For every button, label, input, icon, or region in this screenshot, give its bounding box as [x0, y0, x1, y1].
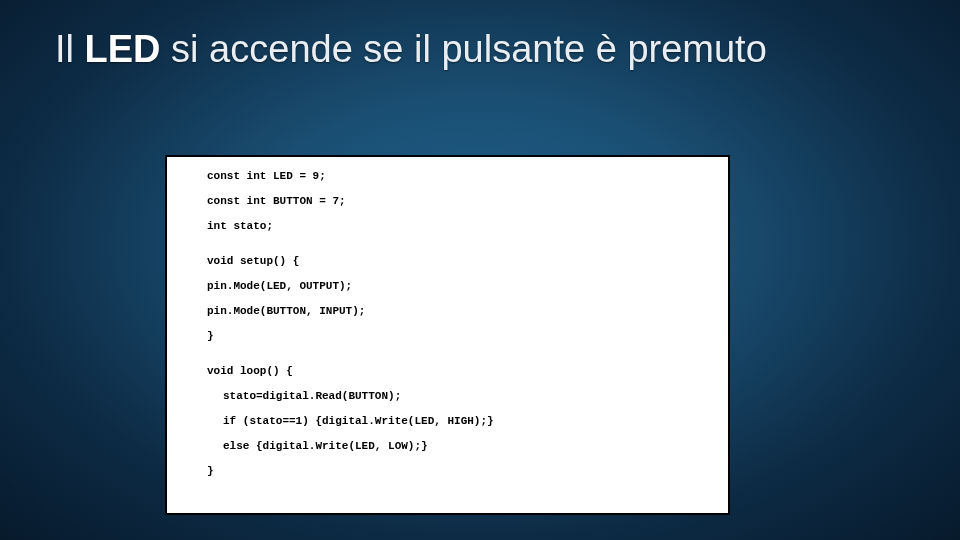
code-line: else {digital.Write(LED, LOW);}	[207, 441, 728, 452]
code-line: pin.Mode(BUTTON, INPUT);	[207, 306, 728, 317]
code-line: void loop() {	[207, 366, 728, 377]
code-line: const int BUTTON = 7;	[207, 196, 728, 207]
code-line: const int LED = 9;	[207, 171, 728, 182]
code-line: pin.Mode(LED, OUTPUT);	[207, 281, 728, 292]
code-line: int stato;	[207, 221, 728, 232]
code-block: const int LED = 9; const int BUTTON = 7;…	[165, 155, 730, 515]
slide: Il LED si accende se il pulsante è premu…	[0, 0, 960, 540]
code-line: void setup() {	[207, 256, 728, 267]
slide-title: Il LED si accende se il pulsante è premu…	[55, 28, 920, 72]
code-line: stato=digital.Read(BUTTON);	[207, 391, 728, 402]
code-line: }	[207, 331, 728, 342]
code-line: }	[207, 466, 728, 477]
code-line: if (stato==1) {digital.Write(LED, HIGH);…	[207, 416, 728, 427]
